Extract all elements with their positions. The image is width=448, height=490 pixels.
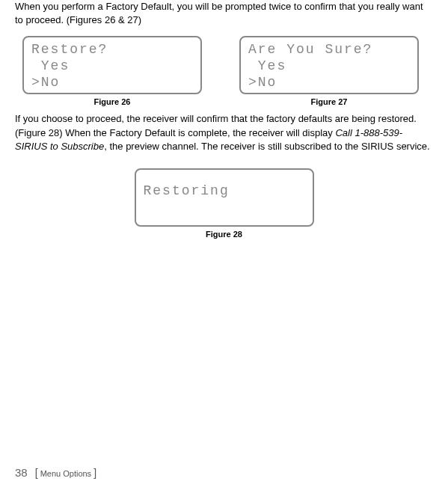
lcd-line: >No	[248, 75, 410, 91]
para-1: When you perform a Factory Default, you …	[15, 0, 433, 27]
lcd-line: Are You Sure?	[248, 42, 410, 58]
bracket-close: ]	[93, 467, 96, 479]
lcd-line: Restore?	[31, 42, 193, 58]
figure-28-wrap: Restoring Figure 28	[15, 168, 433, 239]
breadcrumb-section: Menu Options	[38, 469, 94, 478]
figure-caption-28: Figure 28	[206, 230, 242, 239]
lcd-line: Restoring	[144, 183, 305, 200]
page-number: 38	[15, 466, 28, 479]
para-2-part2: , the preview channel. The receiver is s…	[104, 141, 429, 152]
page-footer: 38 [ Menu Options ]	[15, 466, 96, 479]
figure-27: Are You Sure? Yes >No Figure 27	[239, 36, 419, 106]
figure-26: Restore? Yes >No Figure 26	[22, 36, 202, 106]
breadcrumb: [ Menu Options ]	[35, 467, 96, 479]
lcd-line: Yes	[248, 58, 410, 75]
lcd-line: >No	[31, 75, 193, 91]
lcd-line: Yes	[31, 58, 193, 75]
figures-row: Restore? Yes >No Figure 26 Are You Sure?…	[22, 36, 433, 106]
figure-28: Restoring Figure 28	[135, 168, 314, 239]
lcd-are-you-sure: Are You Sure? Yes >No	[239, 36, 419, 94]
lcd-restore: Restore? Yes >No	[22, 36, 202, 94]
figure-caption-27: Figure 27	[311, 97, 348, 106]
lcd-restoring: Restoring	[135, 168, 314, 227]
para-2: If you choose to proceed, the receiver w…	[15, 112, 433, 153]
figure-caption-26: Figure 26	[94, 97, 131, 106]
